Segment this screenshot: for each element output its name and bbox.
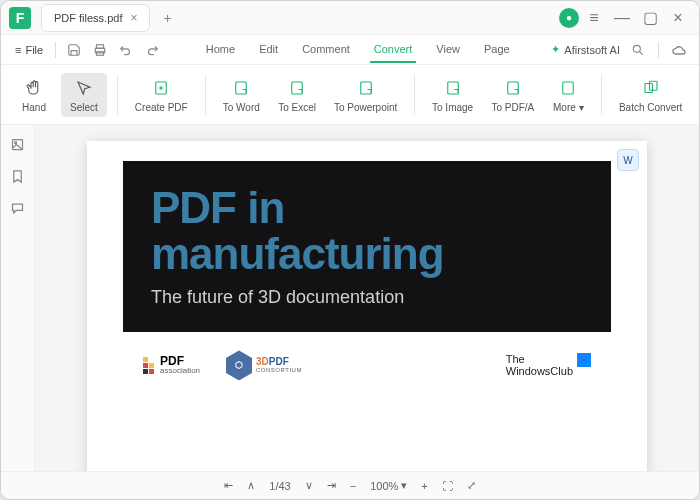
to-excel-label: To Excel: [278, 102, 316, 113]
tab-edit[interactable]: Edit: [255, 37, 282, 63]
select-tool[interactable]: Select: [61, 73, 107, 117]
comments-icon[interactable]: [7, 197, 29, 219]
windows-icon: [577, 353, 591, 367]
fit-width-button[interactable]: ⛶: [442, 480, 453, 492]
file-menu[interactable]: ≡ File: [9, 40, 49, 60]
thumbnails-icon[interactable]: [7, 133, 29, 155]
tab-view[interactable]: View: [432, 37, 464, 63]
tab-convert[interactable]: Convert: [370, 37, 417, 63]
svg-line-4: [640, 51, 643, 54]
content-area: W PDF in manufacturing The future of 3D …: [1, 125, 699, 471]
document-tab[interactable]: PDF filess.pdf ×: [41, 4, 150, 32]
save-icon[interactable]: [62, 38, 86, 62]
create-pdf-label: Create PDF: [135, 102, 188, 113]
cloud-icon[interactable]: [667, 38, 691, 62]
bookmarks-icon[interactable]: [7, 165, 29, 187]
svg-rect-10: [360, 82, 371, 94]
hamburger-icon: ≡: [15, 44, 21, 56]
batch-convert-tool[interactable]: Batch Convert: [612, 73, 689, 117]
sparkle-icon: ✦: [551, 43, 560, 56]
undo-icon[interactable]: [114, 38, 138, 62]
toolbar: Hand Select Create PDF To Word To Excel …: [1, 65, 699, 125]
canvas[interactable]: W PDF in manufacturing The future of 3D …: [35, 125, 699, 471]
tab-title: PDF filess.pdf: [54, 12, 122, 24]
svg-rect-13: [563, 82, 574, 94]
hero-subtitle: The future of 3D documentation: [151, 287, 583, 308]
app-logo: F: [9, 7, 31, 29]
zoom-out-button[interactable]: −: [350, 480, 356, 492]
to-powerpoint-tool[interactable]: To Powerpoint: [327, 73, 404, 117]
batch-icon: [642, 77, 660, 99]
hand-tool[interactable]: Hand: [11, 73, 57, 117]
first-page-button[interactable]: ⇤: [224, 479, 233, 492]
to-image-icon: [444, 77, 462, 99]
menu-icon[interactable]: ≡: [581, 5, 607, 31]
fullscreen-button[interactable]: ⤢: [467, 479, 476, 492]
ai-button[interactable]: ✦ Afirstsoft AI: [551, 43, 620, 56]
to-image-label: To Image: [432, 102, 473, 113]
minimize-button[interactable]: —: [609, 5, 635, 31]
redo-icon[interactable]: [140, 38, 164, 62]
close-tab-icon[interactable]: ×: [130, 11, 137, 25]
svg-rect-15: [649, 81, 657, 90]
to-powerpoint-label: To Powerpoint: [334, 102, 397, 113]
hexagon-icon: ⬡: [226, 350, 252, 380]
tab-home[interactable]: Home: [202, 37, 239, 63]
ai-label: Afirstsoft AI: [564, 44, 620, 56]
logo-row: PDF association ⬡ 3DPDF CONSORTIUM T: [103, 346, 631, 384]
cons-sub: CONSORTIUM: [256, 367, 302, 373]
pdf-page: W PDF in manufacturing The future of 3D …: [87, 141, 647, 471]
to-word-tool[interactable]: To Word: [215, 73, 267, 117]
to-word-icon: [232, 77, 250, 99]
titlebar: F PDF filess.pdf × + ● ≡ — ▢ ×: [1, 1, 699, 35]
to-pdfa-label: To PDF/A: [491, 102, 534, 113]
left-sidebar: [1, 125, 35, 471]
svg-rect-9: [292, 82, 303, 94]
print-icon[interactable]: [88, 38, 112, 62]
menubar: ≡ File Home Edit Comment Convert View Pa…: [1, 35, 699, 65]
more-icon: [559, 77, 577, 99]
cursor-icon: [75, 77, 93, 99]
create-pdf-tool[interactable]: Create PDF: [128, 73, 195, 117]
prev-page-button[interactable]: ∧: [247, 479, 255, 492]
create-pdf-icon: [152, 77, 170, 99]
to-word-label: To Word: [223, 102, 260, 113]
more-tool[interactable]: More ▾: [545, 73, 591, 117]
cons-3d: 3D: [256, 356, 269, 367]
tab-page[interactable]: Page: [480, 37, 514, 63]
windowsclub-logo: The WindowsClub: [506, 353, 591, 377]
page-indicator[interactable]: 1/43: [269, 480, 290, 492]
svg-point-3: [633, 45, 640, 52]
twc-line2: WindowsClub: [506, 365, 573, 377]
to-powerpoint-icon: [357, 77, 375, 99]
close-button[interactable]: ×: [665, 5, 691, 31]
zoom-in-button[interactable]: +: [421, 480, 427, 492]
main-tabs: Home Edit Comment Convert View Page: [166, 37, 549, 63]
next-page-button[interactable]: ∨: [305, 479, 313, 492]
to-image-tool[interactable]: To Image: [425, 73, 480, 117]
hero-banner: PDF in manufacturing The future of 3D do…: [123, 161, 611, 332]
chevron-down-icon: ▾: [579, 102, 584, 113]
statusbar: ⇤ ∧ 1/43 ∨ ⇥ − 100% ▾ + ⛶ ⤢: [1, 471, 699, 499]
twc-line1: The: [506, 353, 573, 365]
user-badge[interactable]: ●: [559, 8, 579, 28]
to-excel-tool[interactable]: To Excel: [271, 73, 323, 117]
svg-point-17: [15, 141, 17, 143]
to-pdfa-icon: [504, 77, 522, 99]
maximize-button[interactable]: ▢: [637, 5, 663, 31]
new-tab-button[interactable]: +: [156, 7, 178, 29]
tab-comment[interactable]: Comment: [298, 37, 354, 63]
to-pdfa-tool[interactable]: To PDF/A: [484, 73, 541, 117]
more-label: More ▾: [553, 102, 584, 113]
hand-label: Hand: [22, 102, 46, 113]
svg-rect-8: [236, 82, 247, 94]
zoom-level[interactable]: 100% ▾: [370, 479, 407, 492]
cons-pdf: PDF: [269, 356, 289, 367]
select-label: Select: [70, 102, 98, 113]
svg-rect-14: [645, 83, 653, 92]
pdf-assoc-sub: association: [160, 367, 200, 375]
word-export-badge[interactable]: W: [617, 149, 639, 171]
last-page-button[interactable]: ⇥: [327, 479, 336, 492]
search-icon[interactable]: [626, 38, 650, 62]
app-window: F PDF filess.pdf × + ● ≡ — ▢ × ≡ File Ho…: [0, 0, 700, 500]
